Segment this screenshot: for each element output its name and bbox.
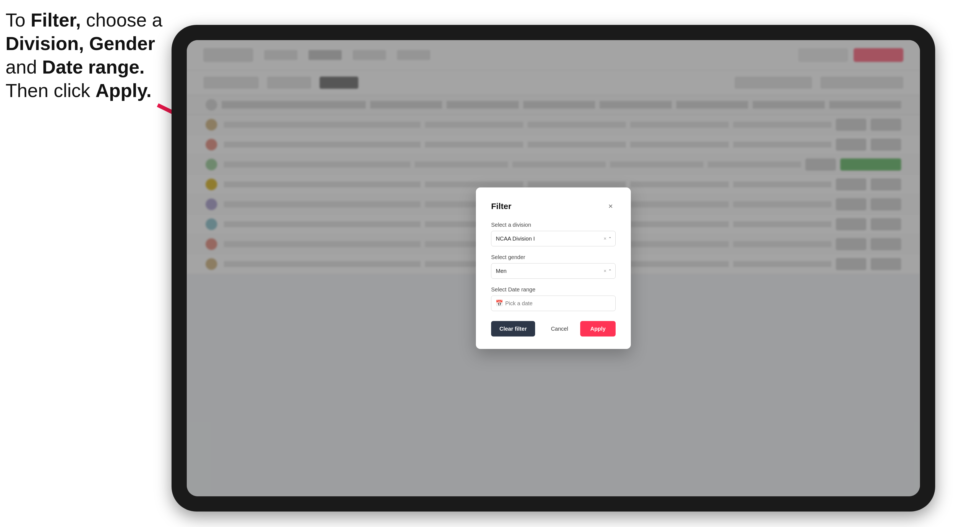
apply-bold: Apply. bbox=[95, 80, 152, 101]
tablet-device: Filter × Select a division NCAA Division… bbox=[172, 25, 935, 511]
tablet-screen: Filter × Select a division NCAA Division… bbox=[187, 40, 920, 496]
modal-footer-right: Cancel Apply bbox=[543, 321, 616, 337]
modal-overlay: Filter × Select a division NCAA Division… bbox=[187, 40, 920, 496]
division-gender-bold: Division, Gender bbox=[6, 33, 155, 54]
instruction-text: To Filter, choose a Division, Gender and… bbox=[6, 8, 166, 102]
gender-label: Select gender bbox=[491, 254, 616, 260]
filter-modal: Filter × Select a division NCAA Division… bbox=[476, 187, 631, 349]
modal-close-button[interactable]: × bbox=[606, 201, 616, 211]
division-form-group: Select a division NCAA Division I × ⌃ bbox=[491, 222, 616, 246]
cancel-button[interactable]: Cancel bbox=[543, 321, 576, 337]
date-form-group: Select Date range 📅 bbox=[491, 286, 616, 311]
division-select[interactable]: NCAA Division I bbox=[491, 231, 616, 246]
modal-footer: Clear filter Cancel Apply bbox=[491, 321, 616, 337]
clear-filter-button[interactable]: Clear filter bbox=[491, 321, 535, 337]
apply-button[interactable]: Apply bbox=[580, 321, 616, 337]
date-input-wrapper[interactable]: 📅 bbox=[491, 295, 616, 311]
date-label: Select Date range bbox=[491, 286, 616, 293]
modal-title: Filter bbox=[491, 202, 511, 211]
date-input[interactable] bbox=[491, 295, 616, 311]
gender-form-group: Select gender Men × ⌃ bbox=[491, 254, 616, 279]
filter-bold: Filter, bbox=[31, 10, 81, 30]
division-label: Select a division bbox=[491, 222, 616, 228]
modal-header: Filter × bbox=[491, 201, 616, 211]
date-range-bold: Date range. bbox=[42, 56, 145, 78]
division-select-wrapper[interactable]: NCAA Division I × ⌃ bbox=[491, 231, 616, 246]
gender-select[interactable]: Men bbox=[491, 263, 616, 279]
gender-select-wrapper[interactable]: Men × ⌃ bbox=[491, 263, 616, 279]
